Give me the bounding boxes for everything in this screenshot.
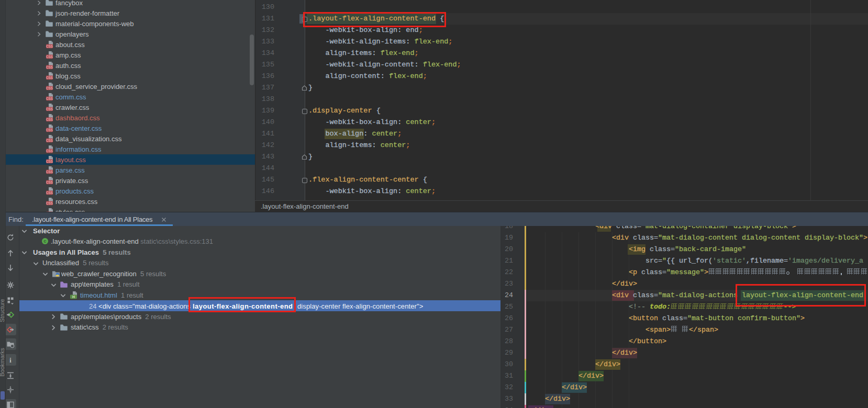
svg-text:CSS: CSS: [46, 180, 53, 184]
svg-text:H: H: [72, 294, 75, 298]
svg-text:c: c: [43, 238, 46, 244]
svg-text:CSS: CSS: [46, 86, 53, 90]
svg-text:CSS: CSS: [46, 160, 53, 163]
svg-text:CSS: CSS: [46, 201, 53, 205]
svg-text:i: i: [9, 357, 12, 364]
svg-text:CSS: CSS: [46, 76, 53, 80]
svg-text:CSS: CSS: [46, 55, 53, 59]
svg-text:CSS: CSS: [46, 149, 53, 153]
svg-text:CSS: CSS: [46, 107, 53, 111]
svg-text:CSS: CSS: [46, 191, 53, 195]
svg-text:CSS: CSS: [46, 97, 53, 100]
svg-text:CSS: CSS: [46, 65, 53, 69]
svg-text:CSS: CSS: [46, 139, 53, 142]
svg-text:CSS: CSS: [46, 44, 53, 48]
svg-text:CSS: CSS: [46, 118, 53, 121]
svg-text:CSS: CSS: [46, 170, 53, 174]
svg-text:CSS: CSS: [46, 128, 53, 132]
